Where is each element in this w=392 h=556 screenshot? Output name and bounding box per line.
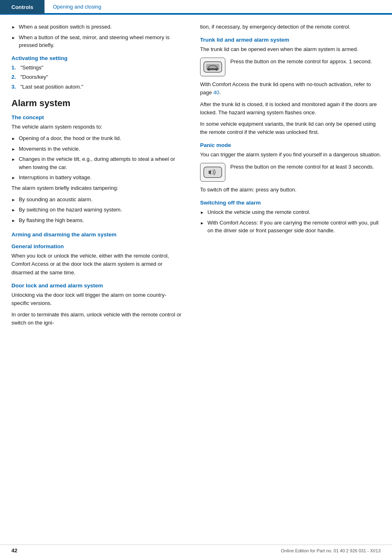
panic-heading: Panic mode: [200, 142, 382, 148]
intro-bullet-1: When a seat position switch is pressed.: [19, 23, 112, 31]
trunk-lid-para-3: After the trunk lid is closed, it is loc…: [200, 100, 382, 117]
bullet-icon: ►: [11, 175, 16, 182]
door-lock-heading: Door lock and armed alarm system: [11, 282, 182, 289]
bullet-icon: ►: [11, 136, 16, 142]
concept-bullet-2: Movements in the vehicle.: [19, 145, 80, 153]
alarm-system-heading: Alarm system: [11, 98, 182, 109]
step-3-text: "Last seat position autom.": [20, 83, 83, 91]
panic-para-2: To switch off the alarm: press any butto…: [200, 186, 382, 194]
tampering-intro: The alarm system briefly indicates tampe…: [11, 184, 182, 192]
page-header: Controls Opening and closing: [0, 0, 392, 15]
step-number: 1.: [11, 64, 18, 72]
step-number: 2.: [11, 73, 18, 81]
list-item: ► With Comfort Access: If you are carryi…: [200, 219, 382, 235]
list-item: ► Interruptions in battery voltage.: [11, 173, 182, 182]
right-column: tion, if necessary, by emergency detecti…: [192, 23, 392, 330]
tab-controls[interactable]: Controls: [0, 0, 45, 14]
page-number: 42: [11, 547, 17, 554]
general-info-heading: General information: [11, 243, 182, 249]
svg-rect-5: [204, 167, 222, 178]
door-lock-para-2: In order to terminate this alarm, unlock…: [11, 311, 182, 327]
intro-bullet-2: When a button of the seat, mirror, and s…: [19, 33, 182, 49]
activating-heading: Activating the setting: [11, 55, 182, 61]
list-item: ► By switching on the hazard warning sys…: [11, 206, 182, 214]
concept-bullet-4: Interruptions in battery voltage.: [19, 173, 92, 182]
panic-icon-text: Press the button on the remote control f…: [230, 163, 374, 171]
list-item: ► Movements in the vehicle.: [11, 145, 182, 153]
ignition-text: tion, if necessary, by emergency detecti…: [200, 23, 382, 31]
list-item: ► Opening of a door, the hood or the tru…: [11, 134, 182, 142]
bullet-icon: ►: [11, 24, 16, 31]
list-item: ► When a button of the seat, mirror, and…: [11, 33, 182, 49]
trunk-lid-icon-text: Press the button on the remote control f…: [230, 58, 372, 66]
trunk-lid-heading: Trunk lid and armed alarm system: [200, 37, 382, 43]
trunk-remote-icon: [200, 58, 225, 76]
concept-intro: The vehicle alarm system responds to:: [11, 123, 182, 131]
trunk-lid-icon-box: Press the button on the remote control f…: [200, 58, 382, 76]
bullet-icon: ►: [200, 220, 204, 235]
trunk-lid-para-1: The trunk lid can be opened even when th…: [200, 45, 382, 53]
page-link[interactable]: 40: [214, 89, 219, 96]
bullet-icon: ►: [200, 209, 204, 216]
step-2-text: "Doors/key": [20, 73, 48, 81]
main-content: ► When a seat position switch is pressed…: [0, 15, 392, 347]
step-1-text: "Settings": [20, 64, 43, 72]
step-number: 3.: [11, 83, 18, 91]
panic-icon-box: Press the button on the remote control f…: [200, 163, 382, 182]
panic-para-1: You can trigger the alarm system if you …: [200, 151, 382, 159]
bullet-icon: ►: [11, 156, 16, 171]
tampering-bullet-3: By flashing the high beams.: [19, 216, 84, 225]
switching-heading: Switching off the alarm: [200, 200, 382, 206]
trunk-lid-para-2: With Comfort Access the trunk lid opens …: [200, 80, 382, 97]
tab-opening-closing[interactable]: Opening and closing: [45, 0, 392, 14]
list-item: 2. "Doors/key": [11, 73, 182, 81]
tampering-bullet-2: By switching on the hazard warning syste…: [19, 206, 122, 214]
tab-opening-closing-label: Opening and closing: [53, 4, 101, 10]
svg-point-4: [216, 69, 217, 71]
panic-remote-icon: [200, 163, 225, 182]
list-item: ► Unlock the vehicle using the remote co…: [200, 208, 382, 216]
concept-bullet-3: Changes in the vehicle tilt, e.g., durin…: [19, 155, 182, 171]
bullet-icon: ►: [11, 35, 16, 49]
list-item: ► By flashing the high beams.: [11, 216, 182, 225]
svg-point-3: [208, 69, 210, 71]
bullet-icon: ►: [11, 218, 16, 225]
arming-heading: Arming and disarming the alarm system: [11, 231, 182, 238]
tampering-bullet-1: By sounding an acoustic alarm.: [19, 196, 93, 204]
bullet-icon: ►: [11, 197, 16, 204]
concept-bullet-1: Opening of a door, the hood or the trunk…: [19, 134, 121, 142]
list-item: ► Changes in the vehicle tilt, e.g., dur…: [11, 155, 182, 171]
bullet-icon: ►: [11, 146, 16, 153]
door-lock-para-1: Unlocking via the door lock will trigger…: [11, 291, 182, 307]
switching-bullet-2: With Comfort Access: If you are carrying…: [207, 219, 382, 235]
page-footer: 42 Online Edition for Part no. 01 40 2 9…: [0, 545, 392, 556]
concept-heading: The concept: [11, 114, 182, 120]
trunk-lid-para-4: In some vehicle equipment variants, the …: [200, 120, 382, 136]
general-info-para: When you lock or unlock the vehicle, eit…: [11, 252, 182, 276]
list-item: ► When a seat position switch is pressed…: [11, 23, 182, 31]
switching-bullet-1: Unlock the vehicle using the remote cont…: [207, 208, 310, 216]
copyright-text: Online Edition for Part no. 01 40 2 926 …: [281, 548, 381, 553]
left-column: ► When a seat position switch is pressed…: [0, 23, 192, 330]
list-item: 1. "Settings": [11, 64, 182, 72]
list-item: 3. "Last seat position autom.": [11, 83, 182, 91]
list-item: ► By sounding an acoustic alarm.: [11, 196, 182, 204]
tab-controls-label: Controls: [11, 4, 33, 10]
bullet-icon: ►: [11, 207, 16, 214]
